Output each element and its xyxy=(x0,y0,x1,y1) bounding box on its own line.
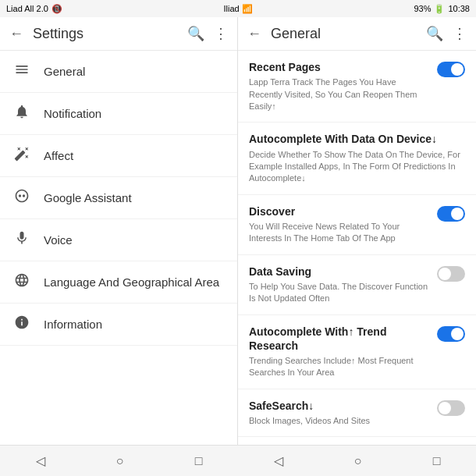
left-panel-title: Settings xyxy=(33,26,178,42)
nav-back-right[interactable]: ◁ xyxy=(266,450,291,471)
option-recent-pages-title: Recent Pages xyxy=(249,60,429,74)
option-trend-research-text: Autocomplete With↑ Trend Research Trendi… xyxy=(249,325,429,379)
search-icon-right[interactable]: 🔍 xyxy=(426,25,443,42)
toggle-trend-research[interactable] xyxy=(437,326,465,342)
nav-back-left[interactable]: ◁ xyxy=(28,450,53,471)
option-data-saving: Data Saving To Help You Save Data. The D… xyxy=(238,255,476,315)
toggle-safesearch[interactable] xyxy=(437,400,465,416)
option-trend-research-title: Autocomplete With↑ Trend Research xyxy=(249,325,429,353)
bottom-nav-right: ◁ ○ □ xyxy=(238,445,476,476)
option-recent-pages-desc: Lapp Terra Track The Pages You Have Rece… xyxy=(249,76,429,112)
svg-point-0 xyxy=(19,194,21,197)
option-trend-research: Autocomplete With↑ Trend Research Trendi… xyxy=(238,315,476,389)
more-options-right[interactable]: ⋮ xyxy=(453,25,467,42)
right-panel: ← General 🔍 ⋮ Recent Pages Lapp Terra Tr… xyxy=(238,17,476,445)
search-icon-left[interactable]: 🔍 xyxy=(187,25,204,42)
language-label: Language And Geographical Area xyxy=(44,275,219,289)
option-recent-pages: Recent Pages Lapp Terra Track The Pages … xyxy=(238,51,476,123)
toggle-data-saving[interactable] xyxy=(437,266,465,282)
option-safesearch-text: SafeSearch↓ Block Images, Videos And Sit… xyxy=(249,399,429,428)
nav-home-left[interactable]: ○ xyxy=(108,451,132,471)
carrier-left: Iliad xyxy=(224,4,240,13)
option-safesearch-desc: Block Images, Videos And Sites xyxy=(249,415,429,427)
battery-right: 93% xyxy=(414,4,431,13)
option-trend-research-desc: Trending Searches Include↑ Most Frequent… xyxy=(249,355,429,379)
assistant-icon xyxy=(12,188,31,208)
google-assistant-label: Google Assistant xyxy=(44,191,132,204)
main-content: ← Settings 🔍 ⋮ General Notification xyxy=(0,17,476,445)
battery-icon-right: 🔋 xyxy=(434,4,445,14)
bottom-nav-left: ◁ ○ □ xyxy=(0,445,238,476)
option-recent-pages-text: Recent Pages Lapp Terra Track The Pages … xyxy=(249,60,429,112)
nav-recents-left[interactable]: □ xyxy=(187,451,211,471)
svg-point-1 xyxy=(23,194,25,197)
sim-icon: 📵 xyxy=(52,4,62,14)
right-panel-header: ← General 🔍 ⋮ xyxy=(238,17,476,51)
settings-item-information[interactable]: Information xyxy=(0,304,237,346)
language-icon xyxy=(12,272,31,292)
options-list: Recent Pages Lapp Terra Track The Pages … xyxy=(238,51,476,445)
option-data-saving-title: Data Saving xyxy=(249,265,429,279)
option-discover-text: Discover You Will Receive News Related T… xyxy=(249,204,429,245)
settings-item-language[interactable]: Language And Geographical Area xyxy=(0,261,237,304)
nav-recents-right[interactable]: □ xyxy=(425,451,449,471)
settings-item-notification[interactable]: Notification xyxy=(0,93,237,135)
option-autocomplete-device: Autocomplete With Data On Device↓ Decide… xyxy=(238,123,476,194)
settings-item-affect[interactable]: Affect xyxy=(0,135,237,177)
settings-item-google-assistant[interactable]: Google Assistant xyxy=(0,177,237,219)
affect-label: Affect xyxy=(44,149,73,162)
left-panel-header: ← Settings 🔍 ⋮ xyxy=(0,17,237,51)
voice-label: Voice xyxy=(44,233,73,247)
option-autocomplete-device-text: Autocomplete With Data On Device↓ Decide… xyxy=(249,132,465,184)
notification-label: Notification xyxy=(44,107,101,120)
information-icon xyxy=(12,314,31,334)
general-icon xyxy=(12,62,31,81)
option-data-saving-desc: To Help You Save Data. The Discover Func… xyxy=(249,281,429,305)
left-panel: ← Settings 🔍 ⋮ General Notification xyxy=(0,17,238,445)
option-discover: Discover You Will Receive News Related T… xyxy=(238,195,476,255)
app-name-left: Liad All 2.0 xyxy=(6,4,48,13)
option-safesearch-title: SafeSearch↓ xyxy=(249,399,429,413)
option-discover-title: Discover xyxy=(249,204,429,218)
back-button-right[interactable]: ← xyxy=(247,26,261,42)
toggle-discover[interactable] xyxy=(437,206,465,222)
status-bar: Liad All 2.0 📵 Iliad 📶 93% 🔋 10:38 xyxy=(0,0,476,17)
status-center: Iliad 📶 xyxy=(224,4,253,14)
general-label: General xyxy=(44,65,85,78)
status-left: Liad All 2.0 📵 xyxy=(6,4,62,14)
notification-icon xyxy=(12,104,31,123)
settings-item-general[interactable]: General xyxy=(0,51,237,93)
option-data-saving-text: Data Saving To Help You Save Data. The D… xyxy=(249,265,429,305)
time-right: 10:38 xyxy=(448,4,470,13)
toggle-recent-pages[interactable] xyxy=(437,62,465,77)
affect-icon xyxy=(12,146,31,165)
right-panel-title: General xyxy=(271,26,417,42)
signal-icons: 📶 xyxy=(242,4,253,13)
settings-list: General Notification Affect xyxy=(0,51,237,445)
nav-home-right[interactable]: ○ xyxy=(346,451,370,471)
settings-item-voice[interactable]: Voice xyxy=(0,219,237,261)
bottom-nav: ◁ ○ □ ◁ ○ □ xyxy=(0,445,476,476)
more-options-left[interactable]: ⋮ xyxy=(214,25,228,42)
information-label: Information xyxy=(44,318,102,331)
option-safesearch: SafeSearch↓ Block Images, Videos And Sit… xyxy=(238,389,476,438)
option-autocomplete-device-title: Autocomplete With Data On Device↓ xyxy=(249,132,465,146)
voice-icon xyxy=(12,230,31,250)
option-autocomplete-device-desc: Decide Whether To Show The Data On The D… xyxy=(249,149,465,185)
status-right: 93% 🔋 10:38 xyxy=(414,4,470,14)
option-discover-desc: You Will Receive News Related To Your In… xyxy=(249,221,429,245)
back-button-left[interactable]: ← xyxy=(9,26,23,42)
